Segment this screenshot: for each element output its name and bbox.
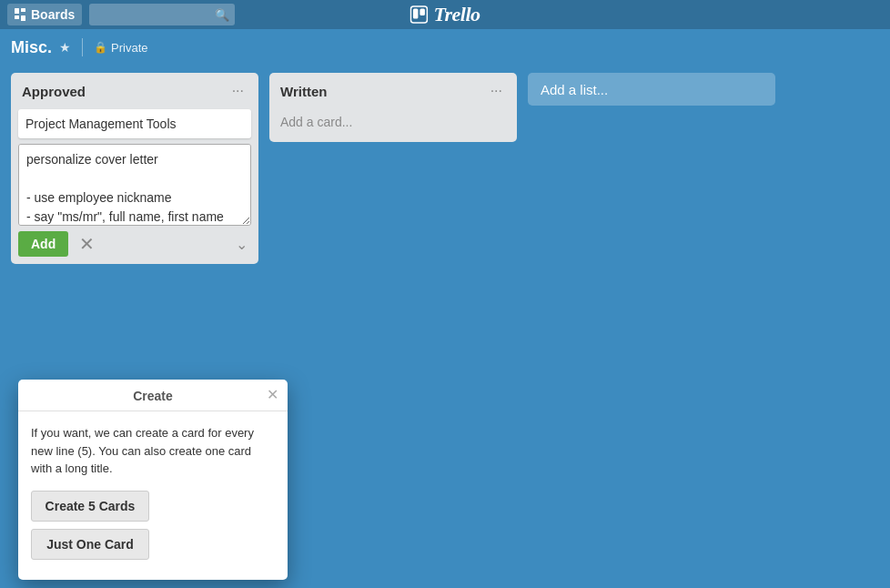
search-bar[interactable]: 🔍 [89, 4, 235, 25]
card-options-button[interactable]: ⌄ [232, 234, 251, 255]
list-written-menu-btn[interactable]: ··· [487, 82, 506, 100]
boards-icon [15, 8, 25, 21]
cancel-add-card-button[interactable]: ✕ [74, 233, 100, 255]
create-popup-body-text: If you want, we can create a card for ev… [31, 424, 275, 478]
just-one-card-button[interactable]: Just One Card [31, 529, 149, 560]
create-popup: Create ✕ If you want, we can create a ca… [18, 380, 288, 580]
search-input[interactable] [95, 8, 215, 22]
card-project-management[interactable]: Project Management Tools [18, 109, 251, 138]
list-written: Written ··· Add a card... [269, 73, 517, 142]
add-card-placeholder: Add a card... [280, 115, 352, 129]
boards-button[interactable]: Boards [7, 4, 82, 25]
trello-logo: Trello [410, 3, 480, 26]
create-popup-header: Create ✕ [18, 380, 288, 411]
add-card-button[interactable]: Add [18, 231, 68, 257]
list-approved-header: Approved ··· [18, 80, 251, 102]
svg-rect-1 [413, 9, 419, 19]
add-card-form: personalize cover letter - use employee … [18, 144, 251, 257]
list-written-header: Written ··· [277, 80, 510, 102]
header-divider [82, 38, 83, 56]
list-approved: Approved ··· Project Management Tools pe… [11, 73, 258, 264]
star-icon[interactable]: ★ [59, 40, 71, 55]
svg-rect-2 [420, 9, 425, 16]
add-list-button[interactable]: Add a list... [528, 73, 775, 106]
add-card-link-written[interactable]: Add a card... [277, 109, 510, 135]
board-header: Misc. ★ 🔒 Private [0, 29, 890, 66]
list-approved-menu-btn[interactable]: ··· [228, 82, 248, 100]
board-content: Approved ··· Project Management Tools pe… [0, 66, 890, 271]
create-5-cards-button[interactable]: Create 5 Cards [31, 491, 149, 522]
lock-icon: 🔒 [94, 41, 107, 54]
search-icon: 🔍 [215, 8, 229, 22]
list-written-title: Written [280, 84, 327, 99]
privacy-badge: 🔒 Private [94, 41, 147, 55]
list-approved-title: Approved [22, 84, 86, 99]
logo-text: Trello [433, 3, 480, 26]
add-card-textarea[interactable]: personalize cover letter - use employee … [18, 144, 251, 226]
trello-logo-icon [410, 5, 428, 24]
board-title: Misc. [11, 38, 52, 57]
privacy-label: Private [111, 41, 147, 55]
boards-label: Boards [31, 7, 75, 22]
top-nav: Boards 🔍 Trello [0, 0, 890, 29]
create-popup-close-button[interactable]: ✕ [267, 388, 278, 402]
create-popup-body: If you want, we can create a card for ev… [18, 411, 288, 580]
create-popup-title: Create [133, 389, 173, 403]
add-card-actions: Add ✕ ⌄ [18, 231, 251, 257]
